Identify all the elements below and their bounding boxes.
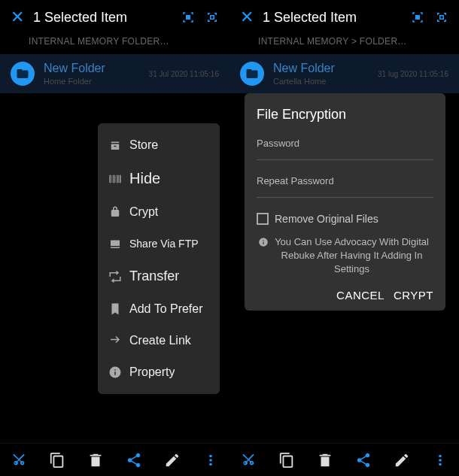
header-title: 1 Selected Item <box>263 10 402 26</box>
bottom-toolbar <box>230 443 459 476</box>
header: ✕ 1 Selected Item <box>0 0 230 32</box>
close-icon[interactable]: ✕ <box>11 9 24 26</box>
menu-add-prefer-label: Add To Prefer <box>129 303 203 315</box>
repeat-password-label: Repeat Password <box>257 175 433 186</box>
folder-icon <box>11 62 35 86</box>
deselect-icon[interactable] <box>435 11 448 24</box>
ftp-icon <box>108 237 122 250</box>
menu-create-link-label: Create Link <box>129 334 191 347</box>
share-icon[interactable] <box>126 452 142 468</box>
menu-share-ftp-label: Share Via FTP <box>129 238 199 250</box>
edit-icon[interactable] <box>164 452 181 468</box>
deselect-icon[interactable] <box>205 11 219 24</box>
folder-date: 31 Jul 2020 11:05:16 <box>149 70 219 78</box>
breadcrumb: INTERNAL MEMORY FOLDER… <box>0 32 230 54</box>
more-icon[interactable] <box>432 452 448 468</box>
archive-icon <box>108 138 122 152</box>
remove-original-checkbox[interactable]: Remove Original Files <box>257 213 433 225</box>
folder-name: New Folder <box>273 62 369 75</box>
menu-hide-label: Hide <box>129 170 160 187</box>
advisory-label: You Can Use Advocacy With Digital Rebuke… <box>272 235 432 277</box>
folder-row[interactable]: New Folder Cartella Home 31 lug 2020 11:… <box>230 54 459 93</box>
info-icon <box>258 237 269 251</box>
delete-icon[interactable] <box>87 452 104 468</box>
bookmark-icon <box>108 302 122 316</box>
body: File Encryption Password Repeat Password… <box>230 93 459 443</box>
menu-store-label: Store <box>129 138 158 152</box>
folder-row[interactable]: New Folder Home Folder 31 Jul 2020 11:05… <box>0 54 230 93</box>
folder-name: New Folder <box>44 62 140 75</box>
header: ✕ 1 Selected Item <box>230 0 459 32</box>
lock-icon <box>108 205 122 219</box>
menu-transfer[interactable]: Transfer <box>98 259 220 293</box>
crypt-button[interactable]: CRYPT <box>394 289 433 302</box>
menu-create-link[interactable]: Create Link <box>98 325 220 356</box>
folder-subtitle: Home Folder <box>44 77 140 86</box>
dialog-actions: CANCEL CRYPT <box>257 289 433 302</box>
copy-icon[interactable] <box>49 452 65 468</box>
breadcrumb: INTERNAL MEMORY > FOLDER… <box>230 32 459 54</box>
menu-share-ftp[interactable]: Share Via FTP <box>98 228 220 259</box>
menu-transfer-label: Transfer <box>129 268 179 284</box>
header-actions <box>411 11 448 24</box>
folder-subtitle: Cartella Home <box>273 77 369 86</box>
menu-property[interactable]: Property <box>98 356 220 388</box>
cut-icon[interactable] <box>11 452 27 468</box>
context-menu: Store Hide Crypt Share Via FTP Transfer … <box>98 123 220 394</box>
menu-add-prefer[interactable]: Add To Prefer <box>98 293 220 325</box>
password-input[interactable] <box>257 159 433 160</box>
edit-icon[interactable] <box>394 452 410 468</box>
share-icon[interactable] <box>355 452 372 468</box>
delete-icon[interactable] <box>317 452 333 468</box>
cancel-button[interactable]: CANCEL <box>336 289 385 302</box>
remove-original-label: Remove Original Files <box>275 213 378 225</box>
menu-property-label: Property <box>129 365 175 379</box>
folder-info: New Folder Home Folder <box>44 62 140 86</box>
advisory-text: You Can Use Advocacy With Digital Rebuke… <box>257 235 433 289</box>
folder-icon <box>240 62 264 86</box>
cut-icon[interactable] <box>240 452 257 468</box>
repeat-password-input[interactable] <box>257 197 433 198</box>
header-actions <box>181 11 219 24</box>
menu-store[interactable]: Store <box>98 129 220 161</box>
checkbox-icon <box>257 213 269 225</box>
header-title: 1 Selected Item <box>33 10 172 26</box>
select-all-icon[interactable] <box>411 11 424 24</box>
menu-crypt[interactable]: Crypt <box>98 196 220 228</box>
more-icon[interactable] <box>202 452 219 468</box>
screen-right: ✕ 1 Selected Item INTERNAL MEMORY > FOLD… <box>230 0 459 476</box>
hide-icon <box>108 172 122 186</box>
menu-hide[interactable]: Hide <box>98 161 220 196</box>
folder-date: 31 lug 2020 11:05:16 <box>378 70 448 78</box>
transfer-icon <box>108 270 122 283</box>
link-icon <box>108 334 122 347</box>
encryption-dialog: File Encryption Password Repeat Password… <box>245 93 445 311</box>
screen-left: ✕ 1 Selected Item INTERNAL MEMORY FOLDER… <box>0 0 230 476</box>
folder-info: New Folder Cartella Home <box>273 62 369 86</box>
dialog-title: File Encryption <box>257 107 433 123</box>
body: Store Hide Crypt Share Via FTP Transfer … <box>0 93 230 443</box>
close-icon[interactable]: ✕ <box>240 9 254 26</box>
menu-crypt-label: Crypt <box>129 205 158 219</box>
bottom-toolbar <box>0 443 230 476</box>
select-all-icon[interactable] <box>181 11 195 24</box>
copy-icon[interactable] <box>278 452 295 468</box>
info-icon <box>108 365 122 379</box>
password-label: Password <box>257 138 433 149</box>
